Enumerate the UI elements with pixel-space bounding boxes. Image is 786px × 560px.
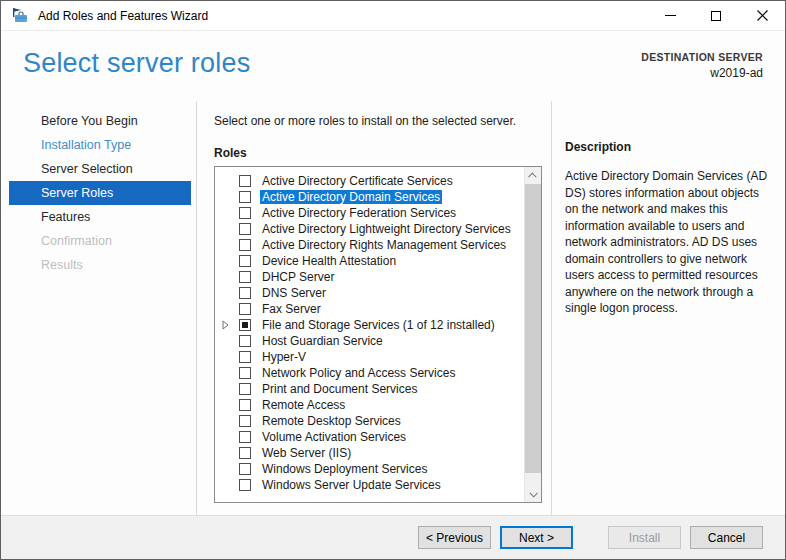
role-row[interactable]: Windows Server Update Services bbox=[215, 477, 524, 493]
role-row[interactable]: Device Health Attestation bbox=[215, 253, 524, 269]
role-checkbox[interactable] bbox=[239, 175, 251, 187]
role-label[interactable]: Windows Deployment Services bbox=[260, 462, 429, 476]
add-roles-wizard-window: Add Roles and Features Wizard Select ser… bbox=[0, 0, 786, 560]
description-body: Active Directory Domain Services (AD DS)… bbox=[565, 168, 771, 317]
role-label[interactable]: Volume Activation Services bbox=[260, 430, 408, 444]
roles-list-label: Roles bbox=[214, 146, 551, 160]
close-icon bbox=[757, 10, 768, 21]
wizard-flag-toolbox-icon bbox=[12, 8, 30, 24]
destination-server-name: w2019-ad bbox=[641, 67, 763, 79]
role-checkbox[interactable] bbox=[239, 191, 251, 203]
role-checkbox[interactable] bbox=[239, 287, 251, 299]
roles-rows: Active Directory Certificate ServicesAct… bbox=[215, 173, 524, 493]
role-label[interactable]: Remote Access bbox=[260, 398, 347, 412]
role-row[interactable]: DHCP Server bbox=[215, 269, 524, 285]
role-checkbox[interactable] bbox=[239, 207, 251, 219]
role-label[interactable]: Print and Document Services bbox=[260, 382, 419, 396]
role-checkbox[interactable] bbox=[239, 383, 251, 395]
destination-server-label: DESTINATION SERVER bbox=[641, 52, 763, 63]
cancel-button[interactable]: Cancel bbox=[690, 526, 763, 549]
role-label[interactable]: Hyper-V bbox=[260, 350, 308, 364]
role-checkbox[interactable] bbox=[239, 239, 251, 251]
role-row[interactable]: Host Guardian Service bbox=[215, 333, 524, 349]
role-row[interactable]: Print and Document Services bbox=[215, 381, 524, 397]
role-row[interactable]: Hyper-V bbox=[215, 349, 524, 365]
role-checkbox[interactable] bbox=[239, 319, 251, 331]
role-row[interactable]: DNS Server bbox=[215, 285, 524, 301]
sidebar-item-server-roles[interactable]: Server Roles bbox=[9, 181, 191, 205]
title-bar: Add Roles and Features Wizard bbox=[1, 1, 785, 31]
main-pane: Select one or more roles to install on t… bbox=[197, 101, 551, 515]
role-checkbox[interactable] bbox=[239, 447, 251, 459]
role-label[interactable]: Network Policy and Access Services bbox=[260, 366, 457, 380]
role-row[interactable]: Web Server (IIS) bbox=[215, 445, 524, 461]
role-label[interactable]: File and Storage Services (1 of 12 insta… bbox=[260, 318, 497, 332]
scroll-down-button[interactable] bbox=[525, 485, 541, 502]
role-row[interactable]: Windows Deployment Services bbox=[215, 461, 524, 477]
role-row[interactable]: Active Directory Federation Services bbox=[215, 205, 524, 221]
role-label[interactable]: Active Directory Certificate Services bbox=[260, 174, 455, 188]
role-label[interactable]: DHCP Server bbox=[260, 270, 336, 284]
role-row[interactable]: File and Storage Services (1 of 12 insta… bbox=[215, 317, 524, 333]
role-row[interactable]: Active Directory Domain Services bbox=[215, 189, 524, 205]
maximize-button[interactable] bbox=[693, 1, 739, 30]
button-bar: < Previous Next > Install Cancel bbox=[1, 515, 785, 559]
role-row[interactable]: Network Policy and Access Services bbox=[215, 365, 524, 381]
role-checkbox[interactable] bbox=[239, 367, 251, 379]
role-row[interactable]: Volume Activation Services bbox=[215, 429, 524, 445]
role-label[interactable]: Active Directory Federation Services bbox=[260, 206, 458, 220]
role-label[interactable]: Web Server (IIS) bbox=[260, 446, 353, 460]
role-checkbox[interactable] bbox=[239, 303, 251, 315]
role-row[interactable]: Fax Server bbox=[215, 301, 524, 317]
sidebar-item-installation-type[interactable]: Installation Type bbox=[1, 133, 196, 157]
chevron-down-icon bbox=[529, 489, 537, 497]
description-title: Description bbox=[565, 140, 771, 154]
scrollbar-thumb[interactable] bbox=[525, 184, 541, 473]
sidebar-item-server-selection[interactable]: Server Selection bbox=[1, 157, 196, 181]
role-checkbox[interactable] bbox=[239, 431, 251, 443]
roles-listbox: Active Directory Certificate ServicesAct… bbox=[214, 166, 542, 503]
scroll-up-button[interactable] bbox=[525, 167, 541, 184]
role-label[interactable]: Fax Server bbox=[260, 302, 323, 316]
close-button[interactable] bbox=[739, 1, 785, 30]
role-checkbox[interactable] bbox=[239, 335, 251, 347]
maximize-icon bbox=[711, 11, 721, 21]
previous-button[interactable]: < Previous bbox=[418, 526, 491, 549]
role-checkbox[interactable] bbox=[239, 351, 251, 363]
role-row[interactable]: Active Directory Rights Management Servi… bbox=[215, 237, 524, 253]
role-checkbox[interactable] bbox=[239, 255, 251, 267]
role-label[interactable]: Windows Server Update Services bbox=[260, 478, 443, 492]
minimize-button[interactable] bbox=[647, 1, 693, 30]
role-row[interactable]: Remote Access bbox=[215, 397, 524, 413]
role-checkbox[interactable] bbox=[239, 415, 251, 427]
sidebar-item-results: Results bbox=[1, 253, 196, 277]
sidebar-item-before-you-begin[interactable]: Before You Begin bbox=[1, 109, 196, 133]
window-controls bbox=[647, 1, 785, 30]
role-row[interactable]: Active Directory Lightweight Directory S… bbox=[215, 221, 524, 237]
minimize-icon bbox=[665, 15, 676, 16]
role-label[interactable]: Active Directory Lightweight Directory S… bbox=[260, 222, 513, 236]
role-row[interactable]: Remote Desktop Services bbox=[215, 413, 524, 429]
sidebar-item-features[interactable]: Features bbox=[1, 205, 196, 229]
page-title: Select server roles bbox=[23, 31, 250, 101]
role-row[interactable]: Active Directory Certificate Services bbox=[215, 173, 524, 189]
destination-server-block: DESTINATION SERVER w2019-ad bbox=[641, 31, 763, 101]
install-button[interactable]: Install bbox=[608, 526, 681, 549]
role-checkbox[interactable] bbox=[239, 463, 251, 475]
role-checkbox[interactable] bbox=[239, 479, 251, 491]
role-checkbox[interactable] bbox=[239, 271, 251, 283]
role-label[interactable]: DNS Server bbox=[260, 286, 328, 300]
role-checkbox[interactable] bbox=[239, 223, 251, 235]
vertical-scrollbar[interactable] bbox=[524, 167, 541, 502]
role-checkbox[interactable] bbox=[239, 399, 251, 411]
role-label[interactable]: Active Directory Rights Management Servi… bbox=[260, 238, 508, 252]
next-button[interactable]: Next > bbox=[500, 526, 573, 549]
window-title: Add Roles and Features Wizard bbox=[38, 9, 208, 23]
role-label[interactable]: Host Guardian Service bbox=[260, 334, 385, 348]
chevron-up-icon bbox=[528, 172, 536, 180]
wizard-body: Before You BeginInstallation TypeServer … bbox=[1, 101, 785, 515]
triangle-right-icon[interactable] bbox=[222, 320, 229, 330]
role-label[interactable]: Device Health Attestation bbox=[260, 254, 398, 268]
role-label[interactable]: Remote Desktop Services bbox=[260, 414, 403, 428]
role-label[interactable]: Active Directory Domain Services bbox=[260, 190, 442, 204]
